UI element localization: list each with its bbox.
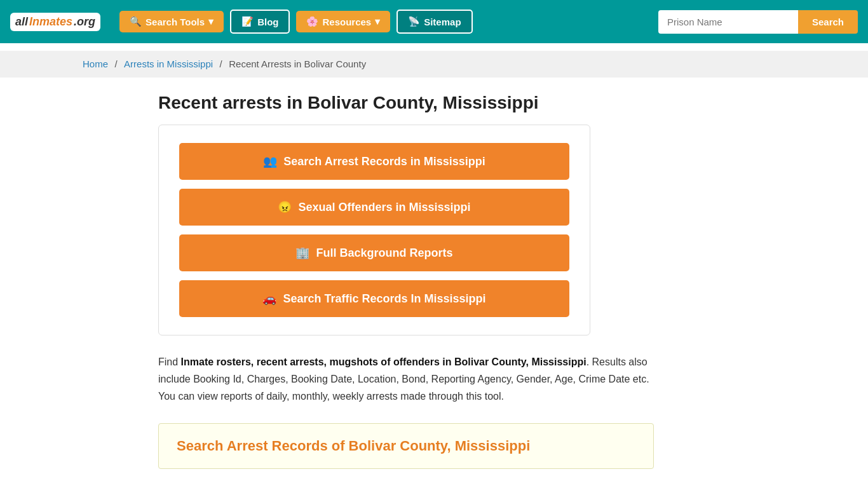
desc-intro: Find [158,356,181,367]
resources-button[interactable]: 🌸 Resources ▾ [296,11,390,32]
logo[interactable]: all Inmates .org [10,13,100,31]
breadcrumb-current: Recent Arrests in Bolivar County [229,58,366,69]
logo-org-text: .org [74,15,95,29]
resources-icon: 🌸 [306,16,318,27]
chevron-down-icon-resources: ▾ [375,16,380,27]
breadcrumb-home-link[interactable]: Home [83,58,108,69]
page-title: Recent arrests in Bolivar County, Missis… [158,93,710,113]
breadcrumb-sep-2: / [220,58,222,69]
chevron-down-icon: ▾ [208,16,214,27]
background-reports-icon: 🏢 [295,246,309,260]
breadcrumb-sep-1: / [114,58,117,69]
sitemap-button[interactable]: 📡 Sitemap [397,10,472,34]
resources-label: Resources [322,17,371,27]
search-section-title: Search Arrest Records of Bolivar County,… [177,438,635,454]
search-section-box: Search Arrest Records of Bolivar County,… [158,423,654,469]
sitemap-icon: 📡 [408,16,420,27]
main-content: Recent arrests in Bolivar County, Missis… [148,78,720,484]
traffic-records-icon: 🚗 [262,292,276,306]
sexual-offenders-label: Sexual Offenders in Mississippi [298,201,470,214]
sexual-offenders-button[interactable]: 😠 Sexual Offenders in Mississippi [179,189,569,226]
logo-all-text: all [15,15,28,29]
blog-label: Blog [257,17,278,27]
sitemap-label: Sitemap [424,17,461,27]
prison-name-input[interactable] [658,10,798,34]
search-icon: 🔍 [130,16,142,27]
breadcrumb: Home / Arrests in Mississippi / Recent A… [0,51,868,78]
prison-search-button[interactable]: Search [798,10,858,34]
sexual-offenders-icon: 😠 [278,200,292,214]
search-arrest-records-label: Search Arrest Records in Mississippi [283,155,485,168]
full-background-reports-label: Full Background Reports [316,247,452,260]
navbar: all Inmates .org 🔍 Search Tools ▾ 📝 Blog… [0,0,868,43]
arrest-records-icon: 👥 [263,154,277,168]
description-text: Find Inmate rosters, recent arrests, mug… [158,353,654,405]
breadcrumb-arrests-link[interactable]: Arrests in Mississippi [124,58,213,69]
search-traffic-records-button[interactable]: 🚗 Search Traffic Records In Mississippi [179,280,569,317]
prison-search-wrap: Search [658,10,858,34]
blog-icon: 📝 [241,16,254,27]
prison-search-label: Search [812,17,844,27]
desc-bold: Inmate rosters, recent arrests, mugshots… [181,356,587,367]
search-tools-button[interactable]: 🔍 Search Tools ▾ [119,11,224,32]
blog-button[interactable]: 📝 Blog [230,10,290,34]
search-tools-label: Search Tools [146,17,205,27]
action-buttons-box: 👥 Search Arrest Records in Mississippi 😠… [158,125,590,336]
logo-inmates-text: Inmates [29,15,72,29]
full-background-reports-button[interactable]: 🏢 Full Background Reports [179,234,569,271]
search-traffic-records-label: Search Traffic Records In Mississippi [283,292,485,306]
search-arrest-records-button[interactable]: 👥 Search Arrest Records in Mississippi [179,143,569,180]
